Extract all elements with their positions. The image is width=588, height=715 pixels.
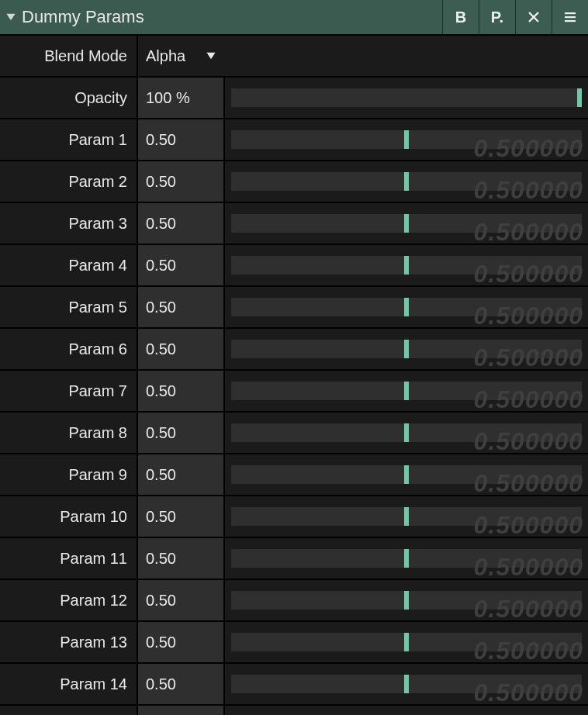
param-thumb[interactable] [404, 423, 409, 442]
param-slider[interactable]: 0.500000 [225, 454, 588, 495]
param-value[interactable]: 0.50 [137, 538, 225, 579]
param-slider[interactable]: 0.500000 [225, 413, 588, 453]
row-param: Param 60.500.500000 [0, 329, 588, 371]
param-value[interactable]: 0.50 [137, 329, 225, 369]
row-param: Param 110.500.500000 [0, 538, 588, 580]
effect-panel: Dummy Params B P. [0, 0, 588, 715]
param-thumb[interactable] [404, 633, 409, 651]
param-thumb[interactable] [404, 465, 409, 484]
param-slider[interactable]: 0.500000 [225, 329, 588, 369]
row-param: Param 90.500.500000 [0, 454, 588, 496]
param-slider[interactable]: 0.500000 [225, 287, 588, 327]
param-value[interactable]: 0.50 [137, 161, 225, 202]
presets-button[interactable]: P. [479, 0, 515, 34]
close-button[interactable] [515, 0, 552, 34]
blend-mode-label: Blend Mode [0, 36, 137, 76]
param-thumb[interactable] [404, 591, 409, 610]
row-param: Param 130.500.500000 [0, 622, 588, 664]
menu-button[interactable] [552, 0, 588, 34]
row-param: Param 10.500.500000 [0, 119, 588, 161]
param-thumb[interactable] [404, 256, 409, 275]
param-value[interactable]: 0.50 [137, 245, 225, 285]
param-slider[interactable]: 0.500000 [225, 203, 588, 244]
param-label: Param 7 [0, 371, 137, 411]
svg-rect-3 [565, 12, 576, 14]
param-thumb[interactable] [404, 172, 409, 191]
param-slider[interactable]: 0.500000 [225, 538, 588, 579]
svg-marker-0 [6, 14, 15, 20]
param-value[interactable]: 0.50 [137, 287, 225, 327]
param-slider[interactable]: 0.500000 [225, 580, 588, 620]
row-param: Param 70.500.500000 [0, 371, 588, 413]
panel-title: Dummy Params [22, 7, 442, 27]
param-slider[interactable]: 0.500000 [225, 245, 588, 285]
opacity-thumb[interactable] [577, 88, 582, 107]
row-param: Param 150.500.500000 [0, 706, 588, 715]
param-label: Param 10 [0, 496, 137, 537]
param-slider[interactable]: 0.500000 [225, 496, 588, 537]
bypass-button[interactable]: B [442, 0, 479, 34]
blend-mode-value: Alpha [146, 47, 185, 65]
panel-header: Dummy Params B P. [0, 0, 588, 36]
row-param: Param 120.500.500000 [0, 580, 588, 622]
row-param: Param 20.500.500000 [0, 161, 588, 203]
opacity-value[interactable]: 100 % [137, 78, 225, 118]
row-blend-mode: Blend Mode Alpha [0, 36, 588, 78]
param-slider[interactable]: 0.500000 [225, 664, 588, 704]
opacity-slider[interactable] [225, 78, 588, 118]
param-label: Param 2 [0, 161, 137, 202]
param-label: Param 5 [0, 287, 137, 327]
param-thumb[interactable] [404, 130, 409, 149]
param-thumb[interactable] [404, 382, 409, 400]
param-label: Param 1 [0, 119, 137, 160]
header-buttons: B P. [442, 0, 588, 34]
param-value[interactable]: 0.50 [137, 580, 225, 620]
svg-rect-5 [565, 20, 576, 22]
param-value[interactable]: 0.50 [137, 454, 225, 495]
row-param: Param 30.500.500000 [0, 203, 588, 245]
param-thumb[interactable] [404, 214, 409, 233]
param-value[interactable]: 0.50 [137, 664, 225, 704]
row-param: Param 40.500.500000 [0, 245, 588, 287]
row-param: Param 100.500.500000 [0, 496, 588, 538]
triangle-down-icon [5, 12, 16, 22]
param-value[interactable]: 0.50 [137, 622, 225, 662]
row-param: Param 80.500.500000 [0, 413, 588, 454]
param-label: Param 8 [0, 413, 137, 453]
param-value[interactable]: 0.50 [137, 413, 225, 453]
param-thumb[interactable] [404, 507, 409, 526]
param-slider[interactable]: 0.500000 [225, 371, 588, 411]
blend-mode-dropdown[interactable]: Alpha [137, 36, 588, 76]
param-value[interactable]: 0.50 [137, 203, 225, 244]
row-opacity: Opacity 100 % [0, 78, 588, 119]
param-label: Param 15 [0, 706, 137, 715]
param-label: Param 11 [0, 538, 137, 579]
param-slider[interactable]: 0.500000 [225, 622, 588, 662]
param-label: Param 12 [0, 580, 137, 620]
param-thumb[interactable] [404, 675, 409, 693]
opacity-label: Opacity [0, 78, 137, 118]
param-slider[interactable]: 0.500000 [225, 161, 588, 202]
param-slider[interactable]: 0.500000 [225, 119, 588, 160]
param-thumb[interactable] [404, 549, 409, 568]
svg-marker-6 [207, 52, 216, 58]
row-param: Param 50.500.500000 [0, 287, 588, 329]
close-icon [526, 9, 541, 25]
chevron-down-icon [206, 47, 216, 65]
param-thumb[interactable] [404, 298, 409, 316]
param-value[interactable]: 0.50 [137, 706, 225, 715]
param-label: Param 6 [0, 329, 137, 369]
param-label: Param 13 [0, 622, 137, 662]
param-thumb[interactable] [404, 340, 409, 358]
param-label: Param 9 [0, 454, 137, 495]
param-value[interactable]: 0.50 [137, 119, 225, 160]
disclosure-toggle[interactable] [0, 12, 22, 22]
param-label: Param 14 [0, 664, 137, 704]
param-value[interactable]: 0.50 [137, 496, 225, 537]
param-label: Param 4 [0, 245, 137, 285]
row-param: Param 140.500.500000 [0, 664, 588, 706]
hamburger-icon [562, 9, 578, 25]
param-slider[interactable]: 0.500000 [225, 706, 588, 715]
svg-rect-4 [565, 16, 576, 18]
param-value[interactable]: 0.50 [137, 371, 225, 411]
